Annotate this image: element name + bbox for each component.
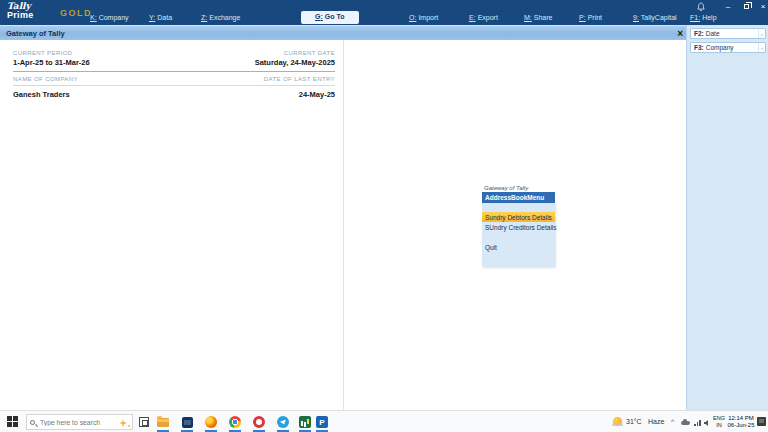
temperature-text[interactable]: 31°C [626, 418, 642, 425]
file-explorer-icon[interactable] [155, 414, 171, 430]
clock[interactable]: 12:14 PM 06-Jun-25 [726, 415, 756, 429]
tally-prime-app-icon[interactable]: P [314, 414, 330, 430]
menu-item-data[interactable]: YData [149, 14, 172, 21]
network-signal-icon[interactable] [694, 420, 702, 426]
main-area: CURRENT PERIOD CURRENT DATE 1-Apr-25 to … [0, 40, 686, 410]
menu-item-import[interactable]: OImport [409, 14, 438, 21]
restore-button[interactable] [740, 2, 752, 11]
date-button[interactable]: F2Date ‹ [690, 28, 766, 39]
divider [13, 85, 335, 86]
date-text: 06-Jun-25 [726, 422, 756, 429]
last-entry-label: DATE OF LAST ENTRY [264, 76, 335, 82]
taskbar-search[interactable] [26, 414, 133, 430]
edition-badge: GOLD [60, 8, 92, 18]
menu-item-tallycapital[interactable]: 9TallyCapital [633, 14, 677, 21]
logo-name: Prime [7, 11, 34, 20]
restore-icon [744, 4, 749, 9]
company-name-label: NAME OF COMPANY [13, 76, 78, 82]
app-top-bar: Tally Prime GOLD KCompany YData ZExchang… [0, 0, 768, 25]
chrome-icon[interactable] [227, 414, 243, 430]
gateway-menu-body: Sundry Debtors Details SUndry Creditors … [482, 203, 555, 267]
close-window-button[interactable]: × [757, 2, 768, 11]
excel-icon[interactable] [297, 414, 313, 430]
windows-taskbar: P 31°C Haze ^ ENG IN 12:14 PM 06-Jun-25 [0, 410, 768, 432]
task-view-icon[interactable] [139, 417, 149, 427]
current-date-value[interactable]: Saturday, 24-May-2025 [255, 58, 335, 67]
last-entry-value: 24-May-25 [299, 90, 335, 99]
menu-item-go-to[interactable]: GGo To [301, 11, 359, 24]
company-name-value[interactable]: Ganesh Traders [13, 90, 70, 99]
browser-icon [253, 416, 265, 428]
notification-bell-icon[interactable] [695, 2, 707, 13]
time-text: 12:14 PM [726, 415, 756, 422]
action-center-icon[interactable] [757, 417, 766, 426]
language-indicator[interactable]: ENG IN [712, 415, 726, 429]
language-region: IN [712, 422, 726, 429]
search-input[interactable] [38, 418, 102, 427]
page-title: Gateway of Tally [6, 26, 65, 41]
cloud-sync-icon[interactable] [681, 421, 690, 425]
prime-icon: P [316, 416, 328, 428]
gateway-menu: Gateway of Tally AddressBookMenu Sundry … [482, 185, 555, 267]
opera-icon[interactable] [251, 414, 267, 430]
dark-app-icon[interactable] [179, 414, 195, 430]
app-window-icon [182, 417, 193, 428]
messenger-icon [277, 416, 289, 428]
start-button[interactable] [7, 416, 19, 428]
weather-icon[interactable] [613, 417, 622, 426]
tally-prime-logo: Tally Prime [7, 2, 34, 20]
gateway-menu-header: AddressBookMenu [482, 192, 555, 203]
menu-option-quit[interactable]: Quit [482, 242, 555, 252]
company-info-panel: CURRENT PERIOD CURRENT DATE 1-Apr-25 to … [0, 40, 344, 410]
tray-expand-icon[interactable]: ^ [671, 418, 674, 425]
spreadsheet-icon [299, 416, 311, 428]
expand-arrow-icon: ‹ [758, 29, 765, 38]
current-date-label: CURRENT DATE [284, 50, 335, 56]
close-report-icon[interactable]: × [677, 26, 683, 41]
menu-item-print[interactable]: PPrint [579, 14, 602, 21]
minimize-button[interactable]: – [722, 2, 734, 11]
weather-condition-text[interactable]: Haze [648, 418, 664, 425]
firefox-icon[interactable] [203, 414, 219, 430]
company-button[interactable]: F3Company ‹ [690, 42, 766, 53]
highlights-sparkle-icon [127, 424, 131, 428]
expand-arrow-icon: ‹ [758, 43, 765, 52]
language-code: ENG [712, 415, 726, 422]
current-period-label: CURRENT PERIOD [13, 50, 73, 56]
search-icon [30, 420, 35, 425]
highlights-sparkle-icon[interactable] [119, 419, 127, 427]
telegram-icon[interactable] [275, 414, 291, 430]
browser-icon [229, 416, 241, 428]
menu-item-share[interactable]: MShare [524, 14, 552, 21]
current-period-value[interactable]: 1-Apr-25 to 31-Mar-26 [13, 58, 90, 67]
menu-item-export[interactable]: EExport [469, 14, 498, 21]
right-button-panel: F2Date ‹ F3Company ‹ [686, 25, 768, 410]
menu-option-sundry-debtors[interactable]: Sundry Debtors Details [482, 212, 555, 222]
divider [13, 71, 335, 72]
menu-item-help[interactable]: F1Help [690, 14, 717, 21]
gateway-menu-caption: Gateway of Tally [482, 185, 555, 191]
browser-icon [205, 416, 217, 428]
volume-icon[interactable] [704, 420, 708, 426]
menu-option-sundry-creditors[interactable]: SUndry Creditors Details [482, 222, 555, 232]
folder-icon [157, 418, 169, 427]
report-title-bar: Gateway of Tally × [0, 25, 686, 40]
menu-item-exchange[interactable]: ZExchange [201, 14, 240, 21]
menu-item-company[interactable]: KCompany [90, 14, 129, 21]
